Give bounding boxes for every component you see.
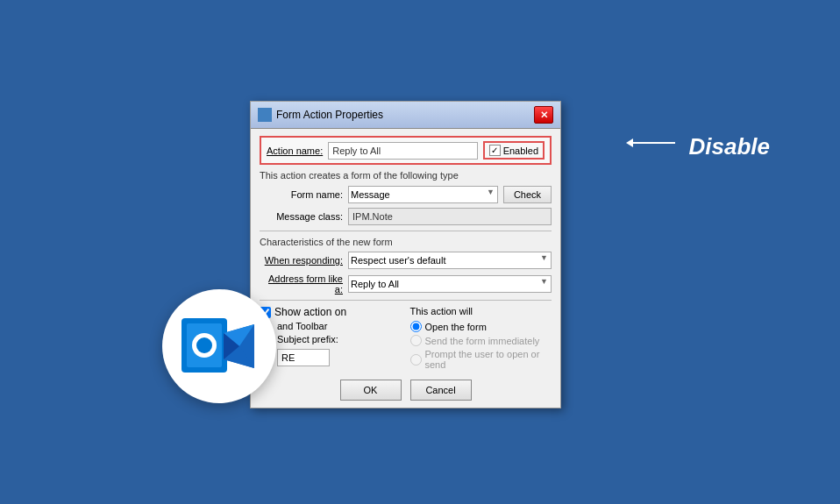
dialog-icon xyxy=(258,108,272,122)
enabled-checkbox[interactable]: ✓ xyxy=(489,145,501,156)
disable-arrow xyxy=(631,142,675,144)
divider-1 xyxy=(260,231,552,231)
message-class-row: Message class: IPM.Note xyxy=(260,208,552,225)
subject-prefix-input[interactable] xyxy=(277,349,330,366)
show-action-label: Show action on xyxy=(274,306,346,318)
prompt-row: Prompt the user to open or send xyxy=(410,349,552,370)
action-name-row: Action name: ✓ Enabled xyxy=(260,136,552,165)
open-form-radio[interactable] xyxy=(410,321,422,332)
message-class-label: Message class: xyxy=(260,211,343,222)
enabled-checkbox-area: ✓ Enabled xyxy=(483,141,545,160)
when-responding-row: When responding: Respect user's default xyxy=(260,252,552,269)
cancel-button[interactable]: Cancel xyxy=(410,380,472,401)
close-button[interactable]: ✕ xyxy=(534,106,553,124)
section-description: This action creates a form of the follow… xyxy=(260,170,552,181)
enabled-label: Enabled xyxy=(503,146,538,156)
send-immediately-label: Send the form immediately xyxy=(425,336,540,346)
send-immediately-radio[interactable] xyxy=(410,335,422,346)
prompt-label: Prompt the user to open or send xyxy=(425,349,552,370)
message-class-value: IPM.Note xyxy=(348,208,552,225)
disable-annotation-label: Disable xyxy=(689,133,771,160)
show-action-row: Show action on xyxy=(260,306,402,318)
svg-point-3 xyxy=(196,337,212,353)
check-button[interactable]: Check xyxy=(503,186,552,203)
form-name-select-wrapper: Message xyxy=(348,186,498,203)
dialog-body: Action name: ✓ Enabled This action creat… xyxy=(251,129,560,408)
subject-prefix-row: Subject prefix: xyxy=(277,334,402,344)
menu-toolbar-label: and Toolbar xyxy=(260,321,402,331)
two-col-section: Show action on and Toolbar Subject prefi… xyxy=(260,306,552,373)
address-form-select[interactable]: Reply to All xyxy=(348,275,552,293)
address-form-row: Address form like a: Reply to All xyxy=(260,273,552,295)
send-immediately-row: Send the form immediately xyxy=(410,335,552,346)
action-name-input[interactable] xyxy=(328,142,477,160)
outlook-logo xyxy=(162,289,276,403)
dialog-titlebar: Form Action Properties ✕ xyxy=(251,102,560,129)
action-name-label: Action name: xyxy=(267,146,323,156)
left-column: Show action on and Toolbar Subject prefi… xyxy=(260,306,402,373)
dialog-title-text: Form Action Properties xyxy=(276,109,383,121)
when-responding-select[interactable]: Respect user's default xyxy=(348,252,552,269)
open-form-label: Open the form xyxy=(425,322,487,332)
characteristics-label: Characteristics of the new form xyxy=(260,237,552,247)
ok-button[interactable]: OK xyxy=(340,380,402,401)
address-form-select-wrapper: Reply to All xyxy=(348,275,552,293)
subject-row: Subject prefix: xyxy=(260,334,402,366)
address-form-label: Address form like a: xyxy=(260,273,343,295)
when-responding-label: When responding: xyxy=(260,255,343,266)
prompt-radio[interactable] xyxy=(410,354,422,366)
form-action-properties-dialog: Form Action Properties ✕ Action name: ✓ … xyxy=(250,101,561,408)
subject-prefix-label: Subject prefix: xyxy=(277,334,338,344)
divider-2 xyxy=(260,300,552,301)
button-row: OK Cancel xyxy=(260,380,552,401)
right-column: This action will Open the form Send the … xyxy=(410,306,552,373)
form-name-row: Form name: Message Check xyxy=(260,186,552,203)
form-name-label: Form name: xyxy=(260,189,343,200)
form-name-select[interactable]: Message xyxy=(348,186,498,203)
open-form-row: Open the form xyxy=(410,321,552,332)
this-action-label: This action will xyxy=(410,306,552,316)
dialog-title-left: Form Action Properties xyxy=(258,108,383,122)
when-responding-select-wrapper: Respect user's default xyxy=(348,252,552,269)
